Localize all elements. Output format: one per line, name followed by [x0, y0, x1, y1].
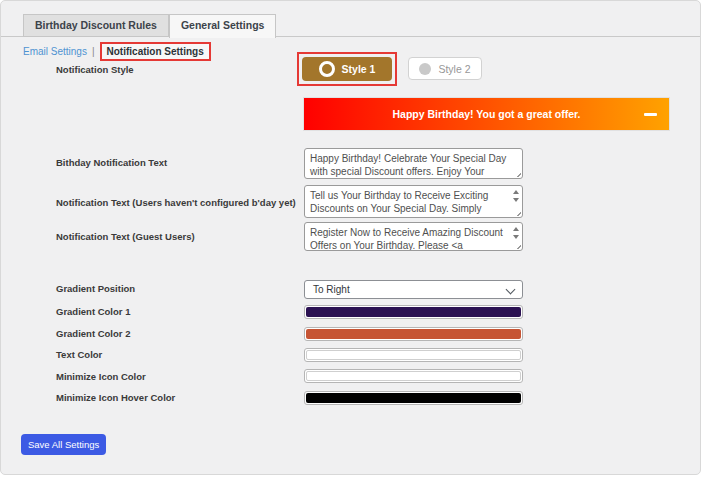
minimize-icon-color-swatch	[306, 371, 521, 381]
style1-highlight-box: Style 1	[297, 52, 397, 86]
gradient-position-select[interactable]: To Right	[304, 280, 523, 299]
text-color-field[interactable]	[304, 348, 523, 362]
tab-birthday-discount-rules[interactable]: Birthday Discount Rules	[23, 14, 169, 37]
tab-bar: Birthday Discount Rules General Settings	[23, 14, 276, 38]
minimize-icon-color-field[interactable]	[304, 369, 523, 383]
birthday-notification-textarea-value: Happy Birthday! Celebrate Your Special D…	[310, 153, 506, 179]
gradient-color-1-swatch	[306, 307, 521, 317]
no-bday-textarea-value: Tell us Your Birthday to Receive Excitin…	[310, 190, 488, 218]
scroll-down-icon[interactable]	[513, 235, 519, 239]
minimize-icon-hover-color-label: Minimize Icon Hover Color	[56, 392, 175, 403]
gradient-color-2-label: Gradient Color 2	[56, 328, 130, 339]
notification-style-label: Notification Style	[56, 64, 134, 75]
scroll-up-icon[interactable]	[513, 190, 519, 194]
chevron-down-icon	[506, 285, 516, 295]
style-1-button[interactable]: Style 1	[302, 57, 392, 81]
guest-text-label: Notification Text (Guest Users)	[56, 231, 195, 242]
scroll-arrows[interactable]	[513, 227, 519, 239]
gradient-color-2-swatch	[306, 329, 521, 339]
birthday-notification-text-label: Bithday Notification Text	[56, 157, 167, 168]
scroll-down-icon[interactable]	[513, 198, 519, 202]
resize-handle-icon[interactable]	[514, 242, 521, 249]
style-2-label: Style 2	[438, 63, 470, 75]
text-color-swatch	[306, 350, 521, 360]
guest-textarea-value: Register Now to Receive Amazing Discount…	[310, 227, 503, 251]
style-1-label: Style 1	[342, 63, 376, 75]
no-bday-textarea[interactable]: Tell us Your Birthday to Receive Excitin…	[304, 185, 523, 218]
resize-handle-icon[interactable]	[514, 209, 521, 216]
radio-unselected-icon	[419, 63, 431, 75]
gradient-position-label: Gradient Position	[56, 283, 135, 294]
scroll-up-icon[interactable]	[513, 227, 519, 231]
gradient-color-1-label: Gradient Color 1	[56, 306, 130, 317]
birthday-notification-textarea[interactable]: Happy Birthday! Celebrate Your Special D…	[304, 148, 523, 179]
subnav-email-settings[interactable]: Email Settings	[23, 46, 87, 57]
minimize-icon[interactable]	[644, 113, 657, 116]
settings-page: Birthday Discount Rules General Settings…	[0, 0, 701, 475]
minimize-icon-hover-color-field[interactable]	[304, 391, 523, 405]
guest-textarea[interactable]: Register Now to Receive Amazing Discount…	[304, 222, 523, 251]
banner-text: Happy Birthday! You got a great offer.	[392, 108, 580, 120]
minimize-icon-color-label: Minimize Icon Color	[56, 371, 146, 382]
subnav-separator: |	[92, 46, 95, 57]
minimize-icon-hover-color-swatch	[306, 393, 521, 403]
text-color-label: Text Color	[56, 349, 102, 360]
scroll-arrows[interactable]	[513, 190, 519, 202]
gradient-position-value: To Right	[313, 284, 350, 295]
resize-handle-icon[interactable]	[514, 170, 521, 177]
notification-preview-banner: Happy Birthday! You got a great offer.	[304, 98, 669, 130]
gradient-color-2-field[interactable]	[304, 327, 523, 341]
tab-general-settings[interactable]: General Settings	[169, 14, 276, 38]
subnav: Email Settings | Notification Settings	[23, 42, 211, 61]
style-2-button[interactable]: Style 2	[408, 57, 482, 80]
radio-selected-icon	[319, 61, 335, 77]
subnav-notification-settings[interactable]: Notification Settings	[100, 42, 211, 61]
save-all-settings-button[interactable]: Save All Settings	[21, 434, 106, 455]
no-bday-text-label: Notification Text (Users haven't configu…	[56, 197, 296, 208]
gradient-color-1-field[interactable]	[304, 305, 523, 319]
